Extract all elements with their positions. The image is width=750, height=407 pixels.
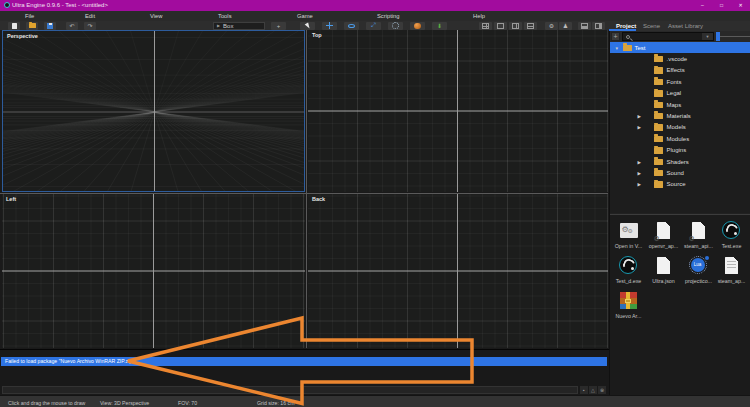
- file-test-d-exe[interactable]: Test_d.exe: [612, 254, 646, 288]
- viewport-back[interactable]: Back: [308, 194, 608, 348]
- layout-quad-button[interactable]: [479, 22, 492, 30]
- tree-item-models[interactable]: ▶ Models: [610, 122, 750, 133]
- expander-icon[interactable]: ▶: [638, 125, 641, 130]
- drop-arrow-icon: ⬇: [437, 22, 442, 29]
- open-button[interactable]: [26, 22, 38, 30]
- gears-app-icon: ⚙⚙: [619, 221, 639, 241]
- status-bar: Click and drag the mouse to draw View: 3…: [0, 395, 750, 407]
- folder-icon: [654, 170, 663, 177]
- tree-item-modules[interactable]: Modules: [610, 133, 750, 144]
- tree-item-test[interactable]: ▼ Test: [610, 42, 750, 53]
- viewport-top[interactable]: Top: [308, 30, 608, 192]
- folder-icon: [654, 90, 663, 97]
- expander-icon[interactable]: ▶: [638, 171, 641, 176]
- add-folder-button[interactable]: +: [611, 32, 620, 41]
- viewport-label: Perspective: [7, 33, 38, 39]
- tree-item-materials[interactable]: ▶ Materials: [610, 110, 750, 121]
- console-error-row[interactable]: Failed to load package "Nuevo Archivo Wi…: [1, 357, 607, 366]
- expander-icon[interactable]: ▶: [638, 114, 641, 119]
- toggle-console-button[interactable]: [578, 22, 591, 30]
- scale-tool-button[interactable]: ⤢: [366, 22, 381, 30]
- rotate-tool-button[interactable]: [344, 22, 359, 30]
- file-steam-api[interactable]: ⚙ steam_api...: [682, 219, 716, 253]
- minimize-button[interactable]: –: [693, 0, 712, 11]
- tree-item-maps[interactable]: Maps: [610, 99, 750, 110]
- viewport-splitter-vertical[interactable]: [306, 30, 307, 348]
- menu-tools[interactable]: Tools: [218, 13, 232, 19]
- menu-game[interactable]: Game: [297, 13, 313, 19]
- tab-scene[interactable]: Scene: [643, 23, 660, 29]
- tree-item-effects[interactable]: Effects: [610, 65, 750, 76]
- menu-scripting[interactable]: Scripting: [377, 13, 400, 19]
- tree-item-source[interactable]: ▶ Source: [610, 179, 750, 190]
- console-scrollbar[interactable]: [2, 386, 578, 394]
- undo-icon: ↶: [69, 23, 74, 29]
- doc-lines-icon: [722, 256, 742, 276]
- top-grid: [308, 30, 608, 192]
- expander-icon[interactable]: ▶: [638, 182, 641, 187]
- status-grid-size: Grid size: 16 cm: [257, 400, 294, 406]
- toggle-sidebar-button[interactable]: [592, 22, 605, 30]
- redo-button[interactable]: ↷: [84, 22, 96, 30]
- drop-tool-button[interactable]: ⬇: [432, 22, 447, 30]
- doc-icon: [654, 256, 674, 276]
- single-layout-icon: [497, 23, 504, 29]
- move-icon: [326, 22, 333, 29]
- file-test-exe[interactable]: Test.exe: [715, 219, 749, 253]
- expander-icon[interactable]: ▶: [638, 160, 641, 165]
- search-filter-dropdown[interactable]: ▼: [702, 33, 713, 41]
- console-panel: Failed to load package "Nuevo Archivo Wi…: [0, 349, 609, 395]
- thumbnail-size-slider[interactable]: [718, 36, 750, 37]
- material-tool-button[interactable]: [410, 22, 425, 30]
- tree-item-fonts[interactable]: Fonts: [610, 76, 750, 87]
- menu-edit[interactable]: Edit: [85, 13, 95, 19]
- messages-filter-icon[interactable]: ▪: [580, 386, 588, 394]
- file-openvr-api[interactable]: ⚙ openvr_ap...: [647, 219, 681, 253]
- thumbnail-size-slider-thumb[interactable]: [716, 32, 720, 41]
- select-tool-button[interactable]: [300, 22, 315, 30]
- gears-icon: ⚙: [549, 23, 554, 29]
- console-panel-icon: [581, 23, 588, 29]
- save-button[interactable]: [44, 22, 56, 30]
- tab-asset-library[interactable]: Asset Library: [668, 23, 703, 29]
- menu-help[interactable]: Help: [473, 13, 485, 19]
- layout-rows-button[interactable]: [524, 22, 537, 30]
- warnings-filter-icon[interactable]: △: [589, 386, 597, 394]
- toggle-objects-button[interactable]: ♟: [559, 22, 572, 30]
- errors-filter-icon[interactable]: ⊗: [598, 386, 606, 394]
- add-primitive-button[interactable]: +: [271, 22, 286, 30]
- folder-icon: [654, 113, 663, 120]
- doc-gear-icon: ⚙: [689, 221, 709, 241]
- close-button[interactable]: ✕: [731, 0, 750, 11]
- new-file-button[interactable]: [8, 22, 20, 30]
- folder-icon: [623, 45, 632, 52]
- status-fov: FOV: 70: [178, 400, 197, 406]
- file-ultra-json[interactable]: Ultra.json: [647, 254, 681, 288]
- tree-item-vscode[interactable]: .vscode: [610, 53, 750, 64]
- move-tool-button[interactable]: [322, 22, 337, 30]
- toggle-widgets-button[interactable]: ⚙: [545, 22, 558, 30]
- undo-button[interactable]: ↶: [66, 22, 78, 30]
- tree-item-shaders[interactable]: ▶ Shaders: [610, 156, 750, 167]
- file-open-in-v[interactable]: ⚙⚙ Open in V...: [612, 219, 646, 253]
- tree-item-plugins[interactable]: Plugins: [610, 145, 750, 156]
- primitive-dropdown-value: Box: [223, 23, 233, 29]
- layout-single-button[interactable]: [494, 22, 507, 30]
- maximize-button[interactable]: □: [712, 0, 731, 11]
- selection-sphere-button[interactable]: [388, 22, 403, 30]
- search-row: + ▼: [610, 31, 750, 42]
- viewport-label: Back: [312, 196, 325, 202]
- tree-item-sound[interactable]: ▶ Sound: [610, 167, 750, 178]
- menu-file[interactable]: File: [25, 13, 34, 19]
- viewport-perspective[interactable]: Perspective: [2, 30, 305, 192]
- file-steam-appid[interactable]: steam_ap...: [715, 254, 749, 288]
- expander-icon[interactable]: ▼: [615, 46, 619, 51]
- layout-columns-button[interactable]: [509, 22, 522, 30]
- tree-item-legal[interactable]: Legal: [610, 88, 750, 99]
- search-input[interactable]: ▼: [622, 32, 714, 41]
- file-nuevo-archivo-rar[interactable]: Nuevo Ar...: [612, 289, 646, 323]
- primitive-dropdown[interactable]: ▶ Box: [213, 22, 265, 30]
- viewport-left[interactable]: Left: [2, 194, 305, 348]
- menu-view[interactable]: View: [150, 13, 162, 19]
- file-projection-lua[interactable]: Lua projectico...: [682, 254, 716, 288]
